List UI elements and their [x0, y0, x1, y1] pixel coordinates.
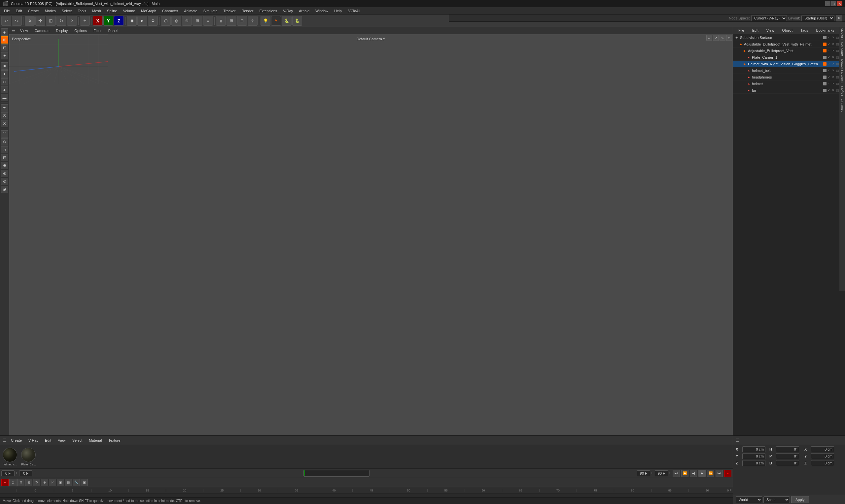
menu-character[interactable]: Character	[159, 8, 180, 14]
minimize-btn[interactable]: −	[825, 1, 830, 6]
right-tab-layers[interactable]: Layers	[840, 85, 845, 97]
menu-render[interactable]: Render	[239, 8, 256, 14]
spline2-btn[interactable]: S	[1, 120, 8, 127]
frame-end-input1[interactable]	[637, 470, 650, 476]
obj-check-icon6[interactable]: ✓	[827, 69, 831, 73]
cube-btn[interactable]: ■	[1, 62, 8, 70]
z-axis-btn[interactable]: Z	[114, 16, 124, 26]
layout-dropdown[interactable]: Startup (User)	[801, 15, 834, 21]
snap-btn[interactable]: ⊡	[237, 16, 247, 26]
obj-x-icon[interactable]: ✕	[831, 36, 835, 40]
obj-check-icon4[interactable]: ✓	[827, 55, 831, 59]
menu-spline[interactable]: Spline	[104, 8, 120, 14]
record-btn[interactable]: ●	[724, 470, 731, 477]
menu-select[interactable]: Select	[59, 8, 75, 14]
close-btn[interactable]: ✕	[837, 1, 842, 6]
spherify-btn[interactable]: ◉	[1, 186, 8, 193]
obj-check-icon9[interactable]: ✓	[827, 88, 831, 92]
twist-btn[interactable]: ⊘	[1, 138, 8, 145]
select-mat-tab[interactable]: Select	[70, 438, 85, 443]
wireframe-btn[interactable]: ⊞	[192, 16, 203, 26]
menu-help[interactable]: Help	[331, 8, 344, 14]
y-axis-btn[interactable]: Y	[103, 16, 113, 26]
material-ball-1[interactable]: helmet_c...	[3, 448, 17, 466]
texture-mode-btn[interactable]: ⊡	[1, 44, 8, 52]
viewport-config-btn[interactable]: □	[726, 35, 732, 41]
menu-volume[interactable]: Volume	[121, 8, 138, 14]
menu-file[interactable]: File	[1, 8, 13, 14]
options-menu[interactable]: Options	[72, 28, 89, 33]
render-view-btn[interactable]: ▶	[137, 16, 147, 26]
pen-btn[interactable]: ✒	[1, 104, 8, 111]
material-ball-2[interactable]: Plate_Ca...	[21, 448, 36, 466]
right-tab-structure[interactable]: Structure	[840, 97, 845, 113]
obj-check-icon[interactable]: ✓	[827, 36, 831, 40]
displace-btn[interactable]: ⊛	[1, 170, 8, 177]
object-row-vest[interactable]: ▶ Adjustable_Bulletproof_Vest ✓ ✕ ▤ ⋮	[733, 48, 845, 54]
object-row-helmet[interactable]: 🔺 helmet ✓ ✕ ▤ ⋮	[733, 80, 845, 87]
cameras-menu[interactable]: Cameras	[33, 28, 52, 33]
texture-btn[interactable]: ⊕	[182, 16, 192, 26]
cylinder-btn[interactable]: ⬭	[1, 78, 8, 86]
undo-btn[interactable]: ↩	[1, 16, 11, 26]
object-display-btn[interactable]: ⬡	[161, 16, 171, 26]
frame-end-input2[interactable]	[655, 470, 668, 476]
pb-btn4[interactable]: ⊞	[25, 479, 32, 486]
world-dropdown[interactable]: World Object	[736, 497, 762, 503]
play-btn[interactable]: ▶	[699, 470, 706, 477]
menu-edit[interactable]: Edit	[13, 8, 25, 14]
pos-y-input[interactable]	[742, 453, 765, 459]
rot-z-input[interactable]	[811, 460, 834, 466]
maximize-btn[interactable]: □	[831, 1, 837, 6]
vray-mat-tab[interactable]: V-Ray	[27, 438, 40, 443]
grid-btn[interactable]: ⊞	[226, 16, 237, 26]
rot-x-input[interactable]	[811, 446, 834, 452]
pb-btn2[interactable]: ⊙	[9, 479, 17, 486]
scale-btn[interactable]: ⊞	[46, 16, 56, 26]
object-row-fur[interactable]: 🔺 fur ✓ ✕ ▤ ⋮	[733, 87, 845, 94]
object-row-helmet-belt[interactable]: 🔺 helmet_belt ✓ ✕ ▤ ⋮	[733, 67, 845, 74]
right-tab-content-browser[interactable]: Content Browser	[840, 57, 845, 85]
viewport-canvas[interactable]: X Y Z Default Camera :* Perspective Grid…	[9, 34, 733, 504]
next-key-btn[interactable]: ⏭	[715, 470, 723, 477]
smooth-shading-btn[interactable]: ◍	[171, 16, 181, 26]
obj-x-icon4[interactable]: ✕	[831, 55, 835, 59]
right-tab-objects[interactable]: Objects	[840, 27, 845, 41]
menu-v-ray[interactable]: V-Ray	[280, 8, 295, 14]
obj-x-icon3[interactable]: ✕	[831, 49, 835, 53]
prev-key-btn[interactable]: ⏪	[681, 470, 689, 477]
next-frame-btn[interactable]: ⏩	[707, 470, 714, 477]
redo-btn[interactable]: ↪	[12, 16, 22, 26]
object-row-helmet-nvg[interactable]: ▶ Helmet_with_Night_Vision_Goggles_Green…	[733, 61, 845, 67]
pb-btn7[interactable]: P	[49, 479, 56, 486]
sculpt-mode-btn[interactable]: ✦	[1, 52, 8, 59]
pb-btn5[interactable]: ↻	[33, 479, 40, 486]
frame-start-input[interactable]	[1, 470, 15, 476]
menu-mograph[interactable]: MoGraph	[138, 8, 159, 14]
python2-btn[interactable]: 🐍	[292, 16, 302, 26]
om-tags-tab[interactable]: Tags	[798, 28, 811, 34]
pb-btn6[interactable]: ⊕	[41, 479, 48, 486]
menu-create[interactable]: Create	[25, 8, 41, 14]
rotate-btn[interactable]: ↻	[56, 16, 66, 26]
prev-frame-btn[interactable]: ◀	[690, 470, 697, 477]
viewport-fullscreen-btn[interactable]: ⤢	[713, 35, 719, 41]
pb-btn9[interactable]: ⊟	[65, 479, 72, 486]
frame-current-input[interactable]	[19, 470, 32, 476]
right-tab-attributes[interactable]: Attributes	[840, 41, 845, 57]
rot-y-input[interactable]	[811, 453, 834, 459]
size-p-input[interactable]	[776, 453, 799, 459]
obj-x-icon5[interactable]: ✕	[831, 62, 835, 66]
menu-simulate[interactable]: Simulate	[201, 8, 220, 14]
menu-tools[interactable]: Tools	[75, 8, 89, 14]
bend-btn[interactable]: ⌒	[1, 130, 8, 138]
view-mat-tab[interactable]: View	[56, 438, 68, 443]
shear-btn[interactable]: ⊟	[1, 154, 8, 161]
object-row-subdivision-surface[interactable]: ◈ Subdivision Surface ✓ ✕ ▤ ⋮	[733, 34, 845, 41]
wrap-btn[interactable]: ⊜	[1, 178, 8, 185]
om-file-tab[interactable]: File	[736, 28, 747, 34]
om-bookmarks-tab[interactable]: Bookmarks	[813, 28, 837, 34]
om-object-tab[interactable]: Object	[779, 28, 795, 34]
filter-menu[interactable]: Filter	[91, 28, 103, 33]
isoline-btn[interactable]: ≡	[203, 16, 213, 26]
